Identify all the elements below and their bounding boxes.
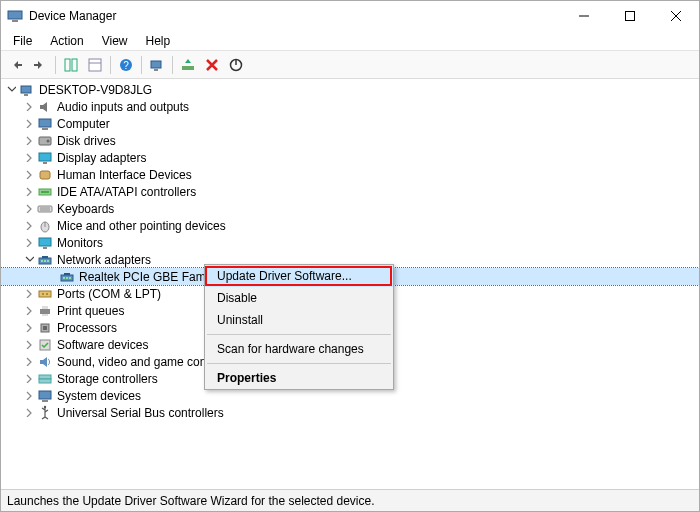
tree-category[interactable]: Universal Serial Bus controllers [1,404,699,421]
tree-category[interactable]: Keyboards [1,200,699,217]
cpu-icon [37,320,53,336]
expand-icon[interactable] [23,186,35,198]
svg-point-38 [47,260,49,262]
toolbar: ? [1,51,699,79]
expand-icon[interactable] [23,356,35,368]
svg-rect-55 [39,391,51,399]
tree-category[interactable]: IDE ATA/ATAPI controllers [1,183,699,200]
context-menu-item[interactable]: Update Driver Software... [205,265,393,287]
tree-root[interactable]: DESKTOP-V9D8JLG [1,81,699,98]
tree-category-label: Display adapters [57,151,146,165]
expand-icon[interactable] [23,407,35,419]
svg-rect-14 [182,66,194,70]
svg-rect-19 [42,128,48,130]
port-icon [37,286,53,302]
context-menu-item[interactable]: Properties [205,367,393,389]
expand-icon[interactable] [23,152,35,164]
context-menu-item[interactable]: Disable [205,287,393,309]
svg-point-41 [63,277,65,279]
app-icon [7,8,23,24]
tree-category-label: Monitors [57,236,103,250]
menubar: File Action View Help [1,31,699,51]
properties-button[interactable] [84,54,106,76]
svg-point-43 [69,277,71,279]
menu-action[interactable]: Action [42,32,91,50]
tree-category-label: Software devices [57,338,148,352]
tree-category-label: Mice and other pointing devices [57,219,226,233]
expand-icon[interactable] [5,84,17,96]
tree-category[interactable]: Human Interface Devices [1,166,699,183]
menu-view[interactable]: View [94,32,136,50]
scan-button[interactable] [146,54,168,76]
svg-rect-12 [151,61,161,68]
expand-icon[interactable] [23,101,35,113]
window-controls [561,1,699,31]
tree-category[interactable]: Display adapters [1,149,699,166]
svg-point-21 [47,139,50,142]
disable-button[interactable] [225,54,247,76]
context-menu: Update Driver Software...DisableUninstal… [204,264,394,390]
tree-category-label: Storage controllers [57,372,158,386]
svg-rect-1 [12,20,18,22]
hid-icon [37,167,53,183]
close-button[interactable] [653,1,699,31]
svg-rect-22 [39,153,51,161]
svg-point-57 [44,405,46,407]
expand-icon[interactable] [23,339,35,351]
update-driver-button[interactable] [177,54,199,76]
show-hide-tree-button[interactable] [60,54,82,76]
context-menu-item[interactable]: Scan for hardware changes [205,338,393,360]
computer-icon [37,116,53,132]
tree-category[interactable]: Disk drives [1,132,699,149]
tree-category[interactable]: Computer [1,115,699,132]
svg-rect-47 [40,309,50,314]
expand-icon[interactable] [23,220,35,232]
expand-icon[interactable] [23,305,35,317]
collapse-icon[interactable] [23,254,35,266]
context-menu-item[interactable]: Uninstall [205,309,393,331]
nav-fwd-button[interactable] [29,54,51,76]
tree-category-label: Universal Serial Bus controllers [57,406,224,420]
minimize-button[interactable] [561,1,607,31]
help-button[interactable]: ? [115,54,137,76]
svg-rect-33 [43,247,47,249]
context-menu-separator [207,363,391,364]
computer-icon [19,82,35,98]
svg-rect-35 [42,256,48,258]
expand-icon[interactable] [23,169,35,181]
svg-rect-0 [8,11,22,19]
svg-rect-23 [43,162,47,164]
tree-category-label: Processors [57,321,117,335]
svg-point-42 [66,277,68,279]
svg-rect-51 [43,326,47,330]
expand-icon[interactable] [23,203,35,215]
titlebar: Device Manager [1,1,699,31]
nav-back-button[interactable] [5,54,27,76]
svg-rect-26 [41,191,49,193]
maximize-button[interactable] [607,1,653,31]
display-icon [37,150,53,166]
disk-icon [37,133,53,149]
expand-icon[interactable] [23,237,35,249]
svg-rect-18 [39,119,51,127]
expand-icon[interactable] [23,135,35,147]
menu-file[interactable]: File [5,32,40,50]
tree-category[interactable]: Audio inputs and outputs [1,98,699,115]
expand-icon[interactable] [23,288,35,300]
expand-icon[interactable] [23,373,35,385]
printer-icon [37,303,53,319]
network-icon [59,269,75,285]
expand-icon[interactable] [23,390,35,402]
menu-help[interactable]: Help [138,32,179,50]
monitor-icon [37,235,53,251]
svg-rect-44 [39,291,51,297]
tree-category-label: Audio inputs and outputs [57,100,189,114]
svg-rect-24 [40,171,50,179]
expand-icon[interactable] [23,322,35,334]
expand-icon[interactable] [23,118,35,130]
tree-category[interactable]: Monitors [1,234,699,251]
ide-icon [37,184,53,200]
uninstall-button[interactable] [201,54,223,76]
svg-rect-27 [38,206,52,212]
tree-category[interactable]: Mice and other pointing devices [1,217,699,234]
